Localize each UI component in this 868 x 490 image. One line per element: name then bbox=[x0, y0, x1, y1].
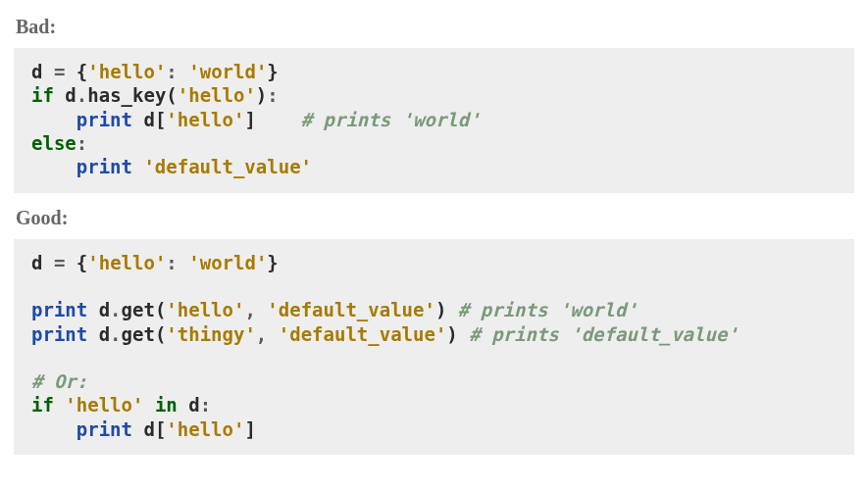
code-token: [ bbox=[155, 418, 166, 440]
code-token: ( bbox=[155, 299, 166, 320]
code-token: ( bbox=[166, 84, 177, 106]
code-block-good: d = {'hello': 'world'} print d.get('hell… bbox=[14, 239, 854, 456]
code-token: 'world' bbox=[188, 61, 267, 82]
code-token: ) bbox=[435, 299, 446, 320]
code-token: print bbox=[77, 156, 132, 177]
heading-good: Good: bbox=[16, 207, 854, 229]
code-token: . bbox=[77, 84, 87, 106]
code-token: 'hello' bbox=[65, 394, 143, 416]
heading-bad: Bad: bbox=[16, 16, 854, 38]
code-token: 'hello' bbox=[166, 418, 244, 440]
code-token: d bbox=[143, 109, 154, 130]
code-token: ] bbox=[244, 109, 255, 130]
code-token: d bbox=[99, 323, 110, 345]
code-token: get bbox=[122, 323, 155, 345]
code-token: d bbox=[31, 252, 42, 273]
code-token: ) bbox=[256, 84, 267, 106]
heading-bad-text: Bad bbox=[16, 16, 49, 37]
heading-good-text: Good bbox=[16, 207, 62, 228]
code-comment: # prints 'world' bbox=[301, 109, 481, 130]
code-token: d bbox=[99, 299, 110, 320]
code-block-bad: d = {'hello': 'world'} if d.has_key('hel… bbox=[14, 48, 854, 193]
code-token: 'hello' bbox=[166, 109, 244, 130]
code-token: { bbox=[77, 252, 87, 273]
code-token: . bbox=[110, 323, 121, 345]
code-token: = bbox=[54, 61, 65, 82]
code-token: print bbox=[77, 109, 132, 130]
code-token: : bbox=[77, 132, 87, 154]
code-token: ] bbox=[244, 418, 255, 440]
code-token: get bbox=[122, 299, 155, 320]
code-token: print bbox=[31, 299, 87, 320]
code-token: if bbox=[31, 394, 54, 416]
code-token: print bbox=[77, 418, 132, 440]
code-token: 'default_value' bbox=[267, 299, 435, 320]
code-token: ( bbox=[155, 323, 166, 345]
code-token: has_key bbox=[87, 84, 166, 106]
code-token: } bbox=[267, 252, 278, 273]
code-token: 'hello' bbox=[87, 61, 166, 82]
code-token: ) bbox=[446, 323, 457, 345]
code-token: 'hello' bbox=[87, 252, 166, 273]
code-token: { bbox=[77, 61, 87, 82]
code-token: d bbox=[188, 394, 199, 416]
code-comment: # prints 'world' bbox=[458, 299, 638, 320]
code-token: = bbox=[54, 252, 65, 273]
code-token: : bbox=[166, 252, 177, 273]
code-token: 'default_value' bbox=[143, 156, 312, 177]
code-token: 'world' bbox=[188, 252, 267, 273]
code-token: if bbox=[31, 84, 54, 106]
code-token: , bbox=[256, 323, 267, 345]
code-token: 'hello' bbox=[178, 84, 256, 106]
code-token: : bbox=[166, 61, 177, 82]
code-token: print bbox=[31, 323, 87, 345]
code-token: d bbox=[31, 61, 42, 82]
code-comment: # Or: bbox=[31, 370, 87, 392]
code-token: in bbox=[155, 394, 178, 416]
code-token: d bbox=[65, 84, 76, 106]
code-token: d bbox=[143, 418, 154, 440]
code-token: 'hello' bbox=[166, 299, 244, 320]
code-token: , bbox=[244, 299, 255, 320]
code-comment: # prints 'default_value' bbox=[469, 323, 739, 345]
code-token: } bbox=[267, 61, 278, 82]
code-token: : bbox=[267, 84, 278, 106]
code-token: : bbox=[200, 394, 211, 416]
code-token: 'default_value' bbox=[279, 323, 447, 345]
code-token: [ bbox=[155, 109, 166, 130]
code-token: 'thingy' bbox=[166, 323, 256, 345]
code-token: else bbox=[31, 132, 77, 154]
code-token: . bbox=[110, 299, 121, 320]
